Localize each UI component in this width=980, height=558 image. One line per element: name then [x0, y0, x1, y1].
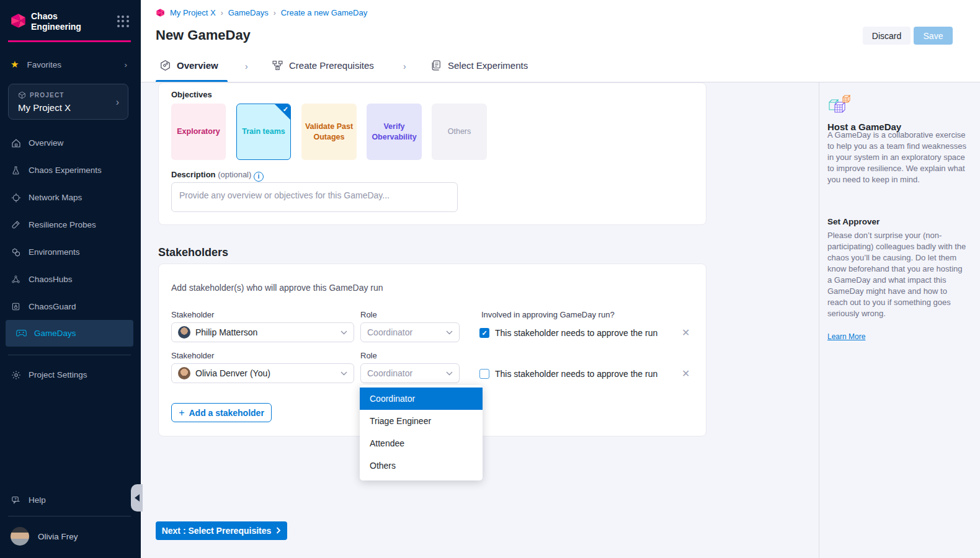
sidebar-item-chaoshubs[interactable]: ChaosHubs	[0, 266, 141, 293]
help-panel: Host a GameDay A GameDay is a collaborat…	[819, 82, 980, 558]
objective-card-train-teams[interactable]: Train teams ✓	[236, 104, 291, 160]
remove-stakeholder-2-icon[interactable]: ✕	[682, 368, 690, 379]
sidebar-collapse-handle[interactable]	[131, 484, 143, 512]
breadcrumb-gamedays[interactable]: GameDays	[228, 8, 269, 17]
probe-icon	[11, 219, 21, 230]
sidebar-item-chaos-experiments[interactable]: Chaos Experiments	[0, 157, 141, 184]
role-column-label: Role	[360, 351, 377, 360]
sidebar-item-favorites[interactable]: ★ Favorites ›	[0, 53, 141, 76]
remove-stakeholder-1-icon[interactable]: ✕	[682, 327, 690, 339]
sidebar-item-environments[interactable]: Environments	[0, 239, 141, 265]
objective-card-verify-obervability[interactable]: Verify Obervability	[367, 104, 422, 160]
breadcrumb-project[interactable]: My Project X	[170, 8, 216, 17]
breadcrumb-create[interactable]: Create a new GameDay	[281, 8, 367, 17]
app-root: ChaosEngineering ★ Favorites › PROJECT M…	[0, 0, 980, 558]
cubes-icon	[827, 93, 851, 114]
description-input[interactable]	[171, 182, 458, 212]
stakeholders-subtitle: Add stakeholder(s) who will approve this…	[171, 283, 383, 293]
save-button[interactable]: Save	[914, 27, 953, 45]
objective-card-validate-past-outages[interactable]: Validate Past Outages	[301, 104, 357, 160]
chevron-right-icon: ›	[403, 61, 406, 71]
learn-more-link[interactable]: Learn More	[827, 332, 865, 341]
chevron-separator-icon: ›	[274, 9, 276, 17]
approve-checkbox-2[interactable]	[479, 369, 489, 379]
objective-card-others[interactable]: Others	[432, 104, 487, 160]
chevron-right-icon: ›	[245, 61, 248, 71]
chevron-down-icon	[446, 330, 453, 335]
tab-overview[interactable]: Overview	[159, 60, 218, 71]
sidebar-item-help[interactable]: ? Help	[0, 487, 141, 513]
overview-form-card: Objectives Exploratory Train teams ✓ Val…	[158, 82, 706, 225]
role-option-coordinator[interactable]: Coordinator	[360, 388, 483, 410]
approve-text-2: This stakeholder needs to approve the ru…	[495, 369, 657, 379]
lock-icon	[11, 301, 21, 312]
sidebar-divider	[8, 516, 131, 516]
chevron-right-icon	[276, 526, 281, 536]
plus-icon: +	[179, 407, 184, 418]
breadcrumb: My Project X › GameDays › Create a new G…	[156, 8, 367, 17]
home-icon	[11, 138, 21, 148]
svg-text:?: ?	[14, 497, 17, 500]
flowchart-icon	[272, 60, 283, 71]
stakeholders-heading: Stakeholders	[158, 246, 228, 259]
role-select-1[interactable]: Coordinator	[360, 322, 460, 342]
project-selector[interactable]: PROJECT My Project X ›	[8, 84, 128, 120]
info-icon[interactable]: i	[254, 172, 264, 182]
app-switcher-icon[interactable]	[117, 16, 130, 28]
page-title: New GameDay	[156, 27, 251, 43]
chevron-down-icon	[341, 330, 347, 335]
approve-text-1: This stakeholder needs to approve the ru…	[495, 328, 657, 338]
check-icon: ✓	[283, 104, 288, 115]
chevron-left-icon	[135, 494, 140, 502]
sidebar-item-gamedays[interactable]: GameDays	[6, 320, 133, 347]
help-panel-body2: Please don’t surprise your (non-particip…	[827, 230, 968, 319]
sidebar-item-overview[interactable]: Overview	[0, 130, 141, 156]
help-panel-subtitle: Set Approver	[827, 217, 880, 226]
brand-title: ChaosEngineering	[31, 11, 81, 32]
role-column-label: Role	[360, 310, 377, 319]
gamepad-icon	[16, 328, 27, 339]
layers-icon	[430, 60, 442, 71]
sidebar-divider	[8, 355, 131, 355]
sidebar-user[interactable]: Olivia Frey	[0, 525, 141, 548]
role-option-triage-engineer[interactable]: Triage Engineer	[360, 410, 483, 432]
active-tab-underline	[156, 80, 228, 82]
description-label-row: Description (optional) i	[171, 170, 264, 182]
cube-icon	[18, 91, 26, 99]
sidebar-item-chaosguard[interactable]: ChaosGuard	[0, 293, 141, 320]
chevron-separator-icon: ›	[221, 9, 223, 17]
harness-logo-icon	[156, 8, 165, 17]
sidebar-item-network-maps[interactable]: Network Maps	[0, 184, 141, 211]
sidebar-item-project-settings[interactable]: Project Settings	[0, 361, 141, 388]
network-icon	[11, 192, 21, 203]
user-avatar	[11, 527, 29, 546]
discard-button[interactable]: Discard	[863, 27, 911, 45]
stakeholder-select-2[interactable]: Olivia Denver (You)	[171, 363, 354, 383]
role-option-others[interactable]: Others	[360, 454, 483, 477]
harness-logo-icon	[10, 12, 27, 29]
environments-icon	[11, 247, 21, 257]
objective-card-exploratory[interactable]: Exploratory	[171, 104, 226, 160]
stakeholder-column-label: Stakeholder	[171, 351, 214, 360]
add-stakeholder-button[interactable]: + Add a stakeholder	[171, 403, 272, 422]
role-option-attendee[interactable]: Attendee	[360, 432, 483, 454]
stakeholder-avatar	[178, 367, 190, 379]
objectives-label: Objectives	[171, 90, 212, 99]
role-dropdown-menu: Coordinator Triage Engineer Attendee Oth…	[360, 385, 483, 480]
approve-checkbox-1[interactable]: ✓	[479, 328, 489, 338]
role-select-2[interactable]: Coordinator	[360, 363, 460, 383]
page-header: My Project X › GameDays › Create a new G…	[141, 0, 980, 82]
next-select-prerequisites-button[interactable]: Next : Select Prerequisites	[156, 521, 287, 540]
hub-icon	[11, 274, 21, 285]
tab-select-experiments[interactable]: Select Experiments	[430, 60, 528, 71]
stakeholder-avatar	[178, 326, 190, 339]
hexagon-gear-icon	[159, 60, 171, 71]
help-chat-icon: ?	[11, 495, 21, 505]
chevron-down-icon	[446, 371, 453, 376]
stakeholder-select-1[interactable]: Philip Matterson	[171, 322, 354, 342]
help-panel-body: A GameDay is a collaborative exercise to…	[827, 130, 968, 185]
chevron-down-icon	[341, 371, 347, 376]
tab-create-prerequisites[interactable]: Create Prerequisites	[272, 60, 374, 71]
sidebar-item-resilience-probes[interactable]: Resilience Probes	[0, 211, 141, 238]
gear-icon	[11, 370, 21, 380]
